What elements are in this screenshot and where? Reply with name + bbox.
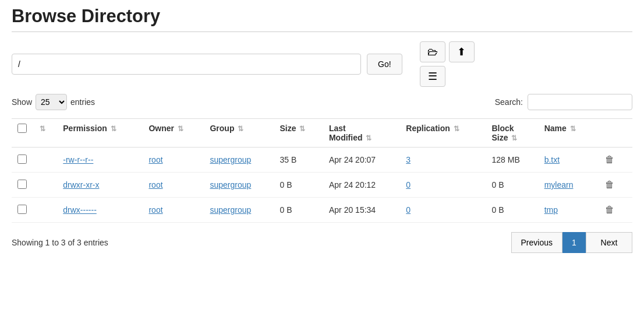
- replication-label: Replication: [406, 124, 450, 133]
- file-table: ⇅ Permission ⇅ Owner ⇅ Group ⇅ Size ⇅ La…: [12, 118, 632, 223]
- th-size[interactable]: Size ⇅: [274, 119, 323, 148]
- search-label: Search:: [495, 97, 523, 107]
- group-sort-icon: ⇅: [238, 125, 243, 133]
- owner-label: Owner: [148, 124, 174, 133]
- th-name[interactable]: Name ⇅: [539, 119, 596, 148]
- name-link-1[interactable]: mylearn: [544, 180, 574, 189]
- group-label: Group: [210, 124, 234, 133]
- table-header-row: ⇅ Permission ⇅ Owner ⇅ Group ⇅ Size ⇅ La…: [12, 119, 632, 148]
- delete-button-0[interactable]: 🗑: [601, 153, 618, 166]
- row-owner: root: [143, 198, 204, 223]
- folder-button[interactable]: 🗁: [420, 41, 445, 62]
- controls-row: Show 10 25 50 100 entries Search:: [12, 94, 632, 110]
- list-icon: ☰: [428, 70, 437, 83]
- replication-link-2[interactable]: 0: [406, 205, 411, 215]
- name-link-0[interactable]: b.txt: [544, 155, 560, 164]
- permission-link-0[interactable]: -rw-r--r--: [63, 155, 93, 164]
- select-all-checkbox[interactable]: [17, 124, 27, 133]
- icon-row-bottom: ☰: [420, 66, 475, 87]
- search-row: Search:: [495, 94, 632, 110]
- path-row: Go! 🗁 ⬆ ☰: [12, 41, 632, 87]
- th-block-size[interactable]: BlockSize ⇅: [486, 119, 538, 148]
- row-delete-cell: 🗑: [596, 173, 633, 198]
- row-index-cell: [33, 173, 57, 198]
- row-replication: 0: [400, 198, 486, 223]
- upload-button[interactable]: ⬆: [449, 41, 475, 62]
- row-size: 0 B: [274, 198, 323, 223]
- th-group[interactable]: Group ⇅: [204, 119, 274, 148]
- th-checkbox: [12, 119, 33, 148]
- icon-buttons-group: 🗁 ⬆ ☰: [420, 41, 475, 87]
- owner-sort-icon: ⇅: [178, 125, 183, 133]
- group-link-0[interactable]: supergroup: [210, 155, 251, 164]
- row-owner: root: [143, 148, 204, 173]
- row-group: supergroup: [204, 198, 274, 223]
- row-checkbox-0[interactable]: [17, 155, 27, 164]
- next-button[interactable]: Next: [586, 232, 632, 253]
- table-row: drwx------ root supergroup 0 B Apr 20 15…: [12, 198, 632, 223]
- size-label: Size: [280, 124, 296, 133]
- row-replication: 0: [400, 173, 486, 198]
- last-modified-label: LastModified: [329, 124, 363, 142]
- previous-button[interactable]: Previous: [511, 232, 562, 253]
- owner-link-0[interactable]: root: [148, 155, 162, 164]
- row-owner: root: [143, 173, 204, 198]
- entries-select[interactable]: 10 25 50 100: [36, 94, 67, 110]
- group-link-1[interactable]: supergroup: [210, 180, 251, 189]
- row-last-modified: Apr 24 20:07: [323, 148, 400, 173]
- row-size: 35 B: [274, 148, 323, 173]
- pagination: Previous 1 Next: [511, 232, 632, 253]
- table-row: -rw-r--r-- root supergroup 35 B Apr 24 2…: [12, 148, 632, 173]
- row-block-size: 128 MB: [486, 148, 538, 173]
- delete-button-1[interactable]: 🗑: [601, 178, 618, 191]
- row-permission: drwx------: [57, 198, 143, 223]
- path-input[interactable]: [12, 54, 361, 75]
- list-button[interactable]: ☰: [420, 66, 445, 87]
- row-checkbox-2[interactable]: [17, 205, 27, 214]
- row-checkbox-1[interactable]: [17, 180, 27, 189]
- table-row: drwxr-xr-x root supergroup 0 B Apr 24 20…: [12, 173, 632, 198]
- row-name: b.txt: [539, 148, 596, 173]
- row-last-modified: Apr 20 15:34: [323, 198, 400, 223]
- row-name: tmp: [539, 198, 596, 223]
- name-link-2[interactable]: tmp: [544, 205, 558, 215]
- search-input[interactable]: [528, 94, 632, 110]
- folder-icon: 🗁: [427, 46, 438, 58]
- block-size-sort-icon: ⇅: [511, 134, 517, 142]
- owner-link-1[interactable]: root: [148, 180, 162, 189]
- replication-link-1[interactable]: 0: [406, 180, 411, 189]
- go-button[interactable]: Go!: [367, 54, 402, 75]
- th-permission[interactable]: Permission ⇅: [57, 119, 143, 148]
- show-label: Show: [12, 97, 32, 107]
- block-size-label: BlockSize: [491, 124, 514, 142]
- row-delete-cell: 🗑: [596, 148, 633, 173]
- last-modified-sort-icon: ⇅: [366, 134, 371, 142]
- page-title: Browse Directory: [12, 6, 632, 27]
- row-block-size: 0 B: [486, 173, 538, 198]
- footer-row: Showing 1 to 3 of 3 entries Previous 1 N…: [12, 232, 632, 253]
- permission-link-2[interactable]: drwx------: [63, 205, 97, 215]
- th-last-modified[interactable]: LastModified ⇅: [323, 119, 400, 148]
- th-action: [596, 119, 633, 148]
- row-delete-cell: 🗑: [596, 198, 633, 223]
- size-sort-icon: ⇅: [299, 125, 305, 133]
- sort-arrows-icon: ⇅: [40, 125, 45, 133]
- current-page: 1: [562, 232, 586, 253]
- th-replication[interactable]: Replication ⇅: [400, 119, 486, 148]
- th-sort-icon[interactable]: ⇅: [33, 119, 57, 148]
- name-sort-icon: ⇅: [570, 125, 576, 133]
- permission-link-1[interactable]: drwxr-xr-x: [63, 180, 99, 189]
- icon-row-top: 🗁 ⬆: [420, 41, 475, 62]
- row-name: mylearn: [539, 173, 596, 198]
- name-label: Name: [544, 124, 567, 133]
- row-size: 0 B: [274, 173, 323, 198]
- replication-link-0[interactable]: 3: [406, 155, 411, 164]
- group-link-2[interactable]: supergroup: [210, 205, 251, 215]
- delete-button-2[interactable]: 🗑: [601, 203, 618, 216]
- owner-link-2[interactable]: root: [148, 205, 162, 215]
- row-checkbox-cell: [12, 198, 33, 223]
- permission-label: Permission: [63, 124, 107, 133]
- th-owner[interactable]: Owner ⇅: [143, 119, 204, 148]
- replication-sort-icon: ⇅: [454, 125, 459, 133]
- row-index-cell: [33, 148, 57, 173]
